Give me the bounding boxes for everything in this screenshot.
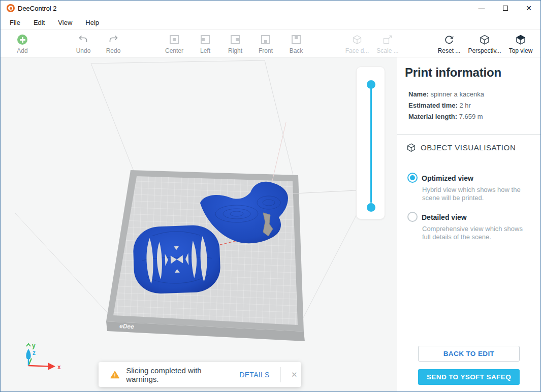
z-axis-arrow <box>26 349 30 359</box>
add-icon <box>17 35 27 45</box>
app-window: DeeControl 2 — ✕ File Edit View Help Add… <box>0 0 541 392</box>
view-front-icon <box>261 35 270 44</box>
back-to-edit-button[interactable]: BACK TO EDIT <box>418 346 520 362</box>
maximize-button[interactable] <box>494 1 517 16</box>
send-to-ysoft-safeq-button[interactable]: SEND TO YSOFT SAFEQ <box>418 369 520 385</box>
toolbar-button-scale[interactable]: Scale ... <box>363 34 412 54</box>
radio-button-icon[interactable] <box>407 212 418 222</box>
close-button[interactable]: ✕ <box>517 1 540 16</box>
toast-divider <box>280 367 281 382</box>
toast-message: Slicing completed with warnings. <box>126 366 227 383</box>
z-axis-label: z <box>33 349 36 356</box>
panel-divider <box>397 134 541 135</box>
layer-slider-track <box>370 84 372 203</box>
toast-close-icon[interactable]: ✕ <box>288 370 301 379</box>
panel-title: Print information <box>405 66 501 80</box>
print-info-rows: Name: spinner a kacenka Estimated time: … <box>408 89 484 122</box>
minimize-button[interactable]: — <box>470 1 493 16</box>
layer-slider-handle-top[interactable] <box>367 80 375 89</box>
layer-slider-handle-bottom[interactable] <box>367 203 375 212</box>
menu-file[interactable]: File <box>10 19 20 26</box>
toolbar: Add Undo Redo Center Left Right <box>1 29 540 57</box>
object-visualisation-header: OBJECT VISUALISATION <box>406 143 516 152</box>
3d-viewport[interactable]: eDee <box>1 57 397 391</box>
toast-details-link[interactable]: DETAILS <box>239 371 269 379</box>
menu-bar: File Edit View Help <box>1 16 540 29</box>
cube-icon <box>406 143 416 152</box>
maximize-icon <box>503 6 508 11</box>
menu-edit[interactable]: Edit <box>34 19 45 26</box>
slicing-toast: Slicing completed with warnings. DETAILS… <box>99 362 301 387</box>
radio-button-icon[interactable] <box>407 173 418 183</box>
scale-icon <box>363 34 412 46</box>
print-information-panel: Print information Name: spinner a kacenk… <box>397 57 541 391</box>
menu-view[interactable]: View <box>58 19 72 26</box>
x-axis-label: x <box>57 364 61 371</box>
axis-triad: y z x <box>20 340 65 376</box>
app-logo-icon <box>7 4 15 12</box>
info-row-material-length: Material length: 7.659 m <box>408 111 484 122</box>
title-bar: DeeControl 2 — ✕ <box>1 1 540 16</box>
view-center-icon <box>170 35 179 44</box>
window-title: DeeControl 2 <box>18 5 57 12</box>
toolbar-button-top-view[interactable]: Top view <box>496 34 541 54</box>
section-title: OBJECT VISUALISATION <box>421 143 516 152</box>
x-axis-arrow <box>28 366 49 367</box>
view-back-icon <box>292 35 301 44</box>
menu-help[interactable]: Help <box>85 19 99 26</box>
toolbar-button-back[interactable]: Back <box>272 34 321 54</box>
model-spinner[interactable] <box>133 224 221 295</box>
toolbar-button-add[interactable]: Add <box>0 34 47 54</box>
info-row-name: Name: spinner a kacenka <box>408 89 484 100</box>
view-left-icon <box>201 35 210 44</box>
warning-icon <box>110 370 119 379</box>
view-right-icon <box>231 35 240 44</box>
redo-icon <box>89 34 138 46</box>
y-axis-label: y <box>32 342 36 349</box>
info-row-estimated-time: Estimated time: 2 hr <box>408 100 484 111</box>
layer-slider <box>356 67 385 219</box>
bed-brand-label: eDee <box>119 322 135 330</box>
toolbar-button-redo[interactable]: Redo <box>89 34 138 54</box>
top-view-icon <box>496 34 541 46</box>
